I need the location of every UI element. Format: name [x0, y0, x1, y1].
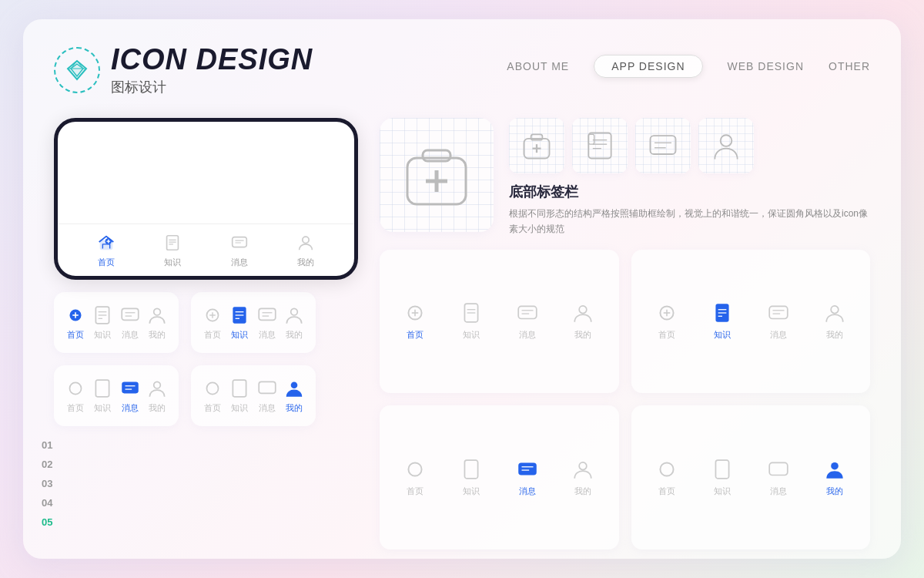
svg-rect-75	[518, 307, 537, 319]
v3-home[interactable]: 首页	[65, 378, 86, 414]
v2-home[interactable]: 首页	[202, 304, 223, 341]
svg-rect-86	[769, 307, 788, 319]
bc-d-home[interactable]: 首页	[655, 458, 678, 497]
bc-a-knowledge[interactable]: 知识	[460, 301, 483, 341]
phone-tab-home[interactable]: 首页	[95, 232, 117, 268]
page-01[interactable]: 01	[42, 439, 52, 451]
svg-rect-44	[122, 381, 139, 393]
v2-mine[interactable]: 我的	[283, 304, 305, 341]
svg-rect-98	[769, 462, 788, 475]
svg-point-96	[660, 462, 673, 476]
bottom-grid: 首页 知识	[380, 250, 870, 549]
svg-rect-27	[122, 308, 139, 320]
bc-c-message[interactable]: 消息	[516, 458, 539, 497]
bc-c-knowledge[interactable]: 知识	[460, 458, 483, 497]
phone-tabs: 首页 知识	[58, 223, 354, 268]
bc-a-home[interactable]: 首页	[403, 301, 427, 341]
bottom-card-a: 首页 知识	[380, 250, 619, 394]
top-right: 底部标签栏 根据不同形态的结构严格按照辅助框绘制，视觉上的和谐统一，保证圆角风格…	[380, 118, 870, 237]
bottom-card-d: 首页 知识 消息	[631, 405, 871, 549]
nav-app-design[interactable]: APP DESIGN	[594, 55, 702, 78]
bc-d-mine[interactable]: 我的	[823, 458, 846, 497]
v3-message[interactable]: 消息	[119, 378, 141, 414]
nav-other[interactable]: OTHER	[829, 60, 870, 72]
svg-point-30	[154, 308, 161, 315]
phone-tab-mine[interactable]: 我的	[295, 232, 316, 268]
svg-point-78	[579, 306, 587, 314]
svg-rect-60	[588, 133, 611, 158]
v2-knowledge[interactable]: 知识	[229, 304, 250, 341]
small-icons-row	[509, 118, 870, 173]
svg-rect-12	[167, 236, 179, 250]
page-03[interactable]: 03	[42, 478, 52, 489]
nav-area: ABOUT ME APP DESIGN WEB DESIGN OTHER	[507, 55, 870, 78]
variant-card-1-tabs: 首页 知识	[62, 304, 171, 341]
bottom-card-c: 首页 知识 消息	[380, 405, 619, 549]
variant-card-3-tabs: 首页 知识	[62, 378, 171, 414]
svg-point-42	[69, 382, 81, 394]
bc-a-mine[interactable]: 我的	[571, 301, 594, 341]
page-numbers: 01 02 03 04 05	[42, 439, 52, 528]
v4-knowledge[interactable]: 知识	[229, 378, 250, 414]
variant-card-1: 首页 知识	[54, 292, 179, 353]
main-card: ICON DESIGN 图标设计 ABOUT ME APP DESIGN WEB…	[23, 19, 901, 559]
bc-d-knowledge[interactable]: 知识	[711, 458, 734, 497]
svg-rect-92	[518, 462, 537, 475]
svg-rect-53	[423, 150, 450, 161]
svg-point-90	[409, 462, 422, 476]
bc-b-message[interactable]: 消息	[767, 301, 790, 341]
bc-b-mine[interactable]: 我的	[823, 301, 846, 341]
nav-web-design[interactable]: WEB DESIGN	[728, 60, 804, 72]
book-icon	[162, 232, 183, 254]
page-04[interactable]: 04	[42, 497, 52, 509]
svg-rect-50	[259, 381, 276, 393]
page-02[interactable]: 02	[42, 459, 52, 470]
svg-rect-65	[651, 136, 676, 154]
bc-a-message[interactable]: 消息	[516, 301, 539, 341]
variant-card-2-tabs: 首页 知识	[199, 304, 308, 341]
phone-tab-message[interactable]: 消息	[229, 232, 250, 268]
diamond-icon	[65, 58, 89, 82]
bc-c-mine[interactable]: 我的	[571, 458, 594, 497]
svg-point-19	[303, 237, 309, 243]
large-icon-box	[380, 118, 494, 232]
section-title: 底部标签栏	[509, 183, 870, 201]
bc-b-knowledge[interactable]: 知识	[711, 301, 734, 341]
svg-point-51	[291, 381, 298, 388]
svg-point-47	[154, 381, 161, 388]
app-subtitle: 图标设计	[111, 78, 313, 96]
v3-mine[interactable]: 我的	[146, 378, 168, 414]
svg-rect-38	[259, 308, 276, 320]
bc-b-home[interactable]: 首页	[655, 301, 678, 341]
title-block: ICON DESIGN 图标设计	[111, 44, 313, 96]
v2-message[interactable]: 消息	[256, 304, 278, 341]
variant-card-4-tabs: 首页 知识 消息	[199, 378, 308, 414]
home-icon	[95, 232, 117, 254]
svg-point-48	[206, 382, 218, 394]
v3-knowledge[interactable]: 知识	[92, 378, 113, 414]
message-icon	[229, 232, 250, 254]
small-icon-bag	[509, 118, 564, 173]
bc-c-home[interactable]: 首页	[403, 458, 427, 497]
variant-row-2: 首页 知识	[54, 365, 358, 426]
nav-about-me[interactable]: ABOUT ME	[507, 60, 569, 72]
v4-mine[interactable]: 我的	[283, 378, 305, 414]
app-title: ICON DESIGN	[111, 44, 313, 76]
header: ICON DESIGN 图标设计 ABOUT ME APP DESIGN WEB…	[54, 44, 870, 96]
variant-card-4: 首页 知识 消息	[191, 365, 316, 426]
section-desc: 根据不同形态的结构严格按照辅助框绘制，视觉上的和谐统一，保证圆角风格以及icon…	[509, 206, 870, 237]
svg-point-99	[831, 462, 839, 470]
v1-knowledge[interactable]: 知识	[92, 304, 113, 341]
v4-message[interactable]: 消息	[256, 378, 278, 414]
page-05[interactable]: 05	[42, 516, 52, 528]
svg-point-68	[721, 135, 732, 146]
svg-rect-16	[232, 237, 246, 247]
phone-tab-knowledge[interactable]: 知识	[162, 232, 183, 268]
bc-d-message[interactable]: 消息	[767, 458, 790, 497]
v1-mine[interactable]: 我的	[146, 304, 168, 341]
svg-rect-43	[96, 380, 109, 397]
v4-home[interactable]: 首页	[202, 378, 223, 414]
top-right-info: 底部标签栏 根据不同形态的结构严格按照辅助框绘制，视觉上的和谐统一，保证圆角风格…	[509, 118, 870, 237]
v1-home[interactable]: 首页	[65, 304, 86, 341]
v1-message[interactable]: 消息	[119, 304, 141, 341]
